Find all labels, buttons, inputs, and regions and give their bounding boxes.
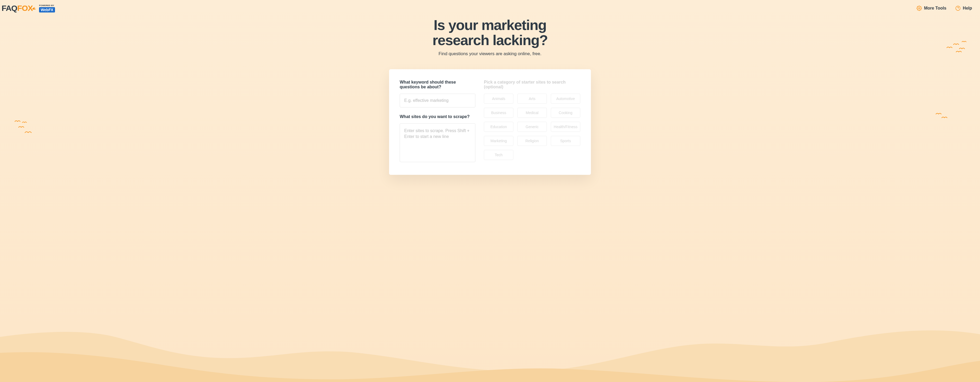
birds-icon	[13, 119, 37, 138]
category-button[interactable]: Religion	[517, 136, 547, 146]
category-button[interactable]: Education	[484, 122, 513, 132]
page-subtitle: Find questions your viewers are asking o…	[0, 51, 980, 57]
more-tools-button[interactable]: More Tools	[916, 6, 946, 11]
category-button[interactable]: Generic	[517, 122, 547, 132]
powered-by: POWERED BY WebFX	[39, 4, 55, 13]
category-button[interactable]: Automotive	[551, 94, 580, 104]
category-button[interactable]: Animals	[484, 94, 513, 104]
help-icon	[955, 6, 961, 11]
faqfox-logo: FAQ FOX	[2, 4, 35, 13]
category-button[interactable]: Arts	[517, 94, 547, 104]
header: FAQ FOX POWERED BY WebFX More Tools	[0, 0, 980, 13]
category-button[interactable]: Tech	[484, 150, 513, 160]
svg-point-0	[919, 8, 920, 9]
category-button[interactable]: Medical	[517, 108, 547, 118]
background-scene	[0, 0, 980, 382]
form-right-column: Pick a category of starter sites to sear…	[484, 80, 580, 163]
more-tools-label: More Tools	[924, 6, 946, 11]
help-label: Help	[963, 6, 972, 11]
help-button[interactable]: Help	[955, 6, 972, 11]
category-button[interactable]: Business	[484, 108, 513, 118]
background-hills	[0, 313, 980, 382]
category-button[interactable]: Marketing	[484, 136, 513, 146]
form-left-column: What keyword should these questions be a…	[400, 80, 476, 163]
gear-icon	[916, 6, 922, 11]
category-button[interactable]: Health/Fitness	[551, 122, 580, 132]
keyword-label: What keyword should these questions be a…	[400, 80, 476, 89]
page-title: Is your marketing research lacking?	[0, 17, 980, 48]
hero: Is your marketing research lacking? Find…	[0, 17, 980, 57]
fox-tail-icon	[32, 3, 36, 12]
webfx-badge: WebFX	[39, 7, 55, 13]
form-card: What keyword should these questions be a…	[389, 69, 591, 175]
powered-by-label: POWERED BY	[39, 4, 54, 6]
birds-icon	[935, 111, 951, 122]
category-button[interactable]: Cooking	[551, 108, 580, 118]
category-button[interactable]: Sports	[551, 136, 580, 146]
category-label: Pick a category of starter sites to sear…	[484, 80, 580, 89]
header-actions: More Tools Help	[916, 6, 972, 11]
logo-text-faq: FAQ	[2, 4, 17, 13]
logo[interactable]: FAQ FOX POWERED BY WebFX	[2, 4, 55, 13]
keyword-input[interactable]	[400, 94, 476, 108]
logo-text-fox: FOX	[17, 4, 36, 13]
sites-label: What sites do you want to scrape?	[400, 114, 476, 119]
category-grid: AnimalsArtsAutomotiveBusinessMedicalCook…	[484, 94, 580, 160]
sites-textarea[interactable]	[400, 124, 476, 162]
